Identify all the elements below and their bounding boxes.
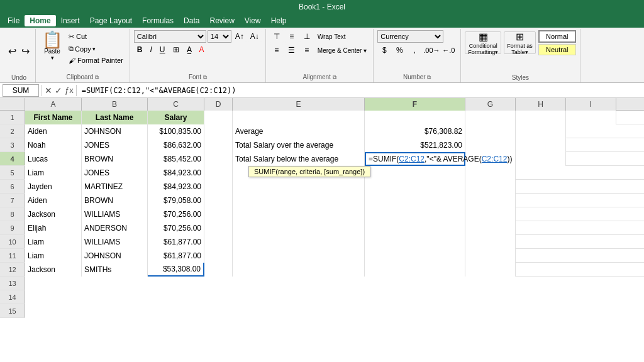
menu-page-layout[interactable]: Page Layout — [85, 15, 137, 26]
cell-f10[interactable] — [365, 235, 465, 249]
cell-e6[interactable] — [233, 180, 365, 194]
cell-f1[interactable] — [365, 111, 465, 124]
cell-g12[interactable] — [465, 263, 516, 277]
cell-a8[interactable]: Jackson — [25, 207, 82, 221]
menu-home[interactable]: Home — [25, 15, 55, 26]
cell-g10[interactable] — [465, 235, 516, 249]
cell-g5[interactable] — [465, 166, 516, 180]
cell-e10[interactable] — [233, 235, 365, 249]
cell-c1[interactable]: Salary — [148, 111, 204, 124]
cell-c6[interactable]: $84,923.00 — [148, 180, 204, 194]
cell-g11[interactable] — [465, 249, 516, 263]
cell-f12[interactable] — [365, 263, 465, 277]
undo-button[interactable]: ↩ — [6, 43, 18, 59]
align-center-button[interactable]: ☰ — [285, 44, 299, 57]
cell-b1[interactable]: Last Name — [82, 111, 148, 124]
cell-b10[interactable]: WILLIAMS — [82, 235, 148, 249]
cell-g6[interactable] — [465, 180, 516, 194]
cell-a10[interactable]: Liam — [25, 235, 82, 249]
align-top-button[interactable]: ⊤ — [270, 30, 284, 43]
cell-b11[interactable]: JOHNSON — [82, 249, 148, 263]
wrap-text-button[interactable]: Wrap Text — [315, 32, 348, 41]
col-header-b[interactable]: B — [82, 98, 148, 111]
font-size-select[interactable]: 14 — [208, 30, 231, 43]
bold-button[interactable]: B — [134, 44, 146, 55]
cell-c11[interactable]: $61,877.00 — [148, 249, 204, 263]
menu-formulas[interactable]: Formulas — [137, 15, 179, 26]
cell-b4[interactable]: BROWN — [82, 152, 148, 166]
col-header-e[interactable]: E — [233, 98, 365, 111]
font-grow-button[interactable]: A↑ — [233, 31, 247, 42]
cell-d3[interactable] — [204, 138, 233, 152]
cell-d5[interactable] — [204, 166, 233, 180]
cell-d2[interactable] — [204, 124, 233, 138]
formula-input[interactable] — [79, 84, 641, 97]
col-header-a[interactable]: A — [25, 98, 82, 111]
cell-d8[interactable] — [204, 207, 233, 221]
cell-a3[interactable]: Noah — [25, 138, 82, 152]
cell-b3[interactable]: JONES — [82, 138, 148, 152]
menu-insert[interactable]: Insert — [56, 15, 85, 26]
font-color-button[interactable]: A — [196, 44, 208, 55]
cell-f2[interactable]: $76,308.82 — [365, 124, 465, 138]
col-header-c[interactable]: C — [148, 98, 204, 111]
underline-button[interactable]: U — [157, 44, 169, 55]
cell-b2[interactable]: JOHNSON — [82, 124, 148, 138]
cell-b5[interactable]: JONES — [82, 166, 148, 180]
italic-button[interactable]: I — [147, 44, 155, 55]
neutral-style[interactable]: Neutral — [538, 44, 576, 55]
align-right-button[interactable]: ≡ — [300, 44, 314, 57]
cell-c3[interactable]: $86,632.00 — [148, 138, 204, 152]
cell-h3[interactable] — [516, 138, 566, 152]
col-header-d[interactable]: D — [204, 98, 233, 111]
cell-a2[interactable]: Aiden — [25, 124, 82, 138]
cell-e9[interactable] — [233, 221, 365, 235]
cell-a11[interactable]: Liam — [25, 249, 82, 263]
cell-e7[interactable] — [233, 194, 365, 207]
fill-color-button[interactable]: A̲ — [184, 44, 195, 55]
cell-e8[interactable] — [233, 207, 365, 221]
font-name-select[interactable]: Calibri — [134, 30, 206, 43]
align-middle-button[interactable]: ≡ — [285, 30, 299, 43]
align-bottom-button[interactable]: ⊥ — [300, 30, 314, 43]
cell-b7[interactable]: BROWN — [82, 194, 148, 207]
cell-b8[interactable]: WILLIAMS — [82, 207, 148, 221]
menu-data[interactable]: Data — [179, 15, 204, 26]
normal-style[interactable]: Normal — [538, 30, 576, 43]
comma-button[interactable]: , — [408, 44, 421, 57]
cell-f6[interactable] — [365, 180, 465, 194]
cell-d6[interactable] — [204, 180, 233, 194]
cell-d10[interactable] — [204, 235, 233, 249]
cell-b9[interactable]: ANDERSON — [82, 221, 148, 235]
cell-g9[interactable] — [465, 221, 516, 235]
cell-e2[interactable]: Average — [233, 124, 365, 138]
menu-review[interactable]: Review — [204, 15, 239, 26]
cell-a1[interactable]: First Name — [25, 111, 82, 124]
increase-decimal-button[interactable]: .00→ — [423, 44, 439, 57]
decrease-decimal-button[interactable]: ←.0 — [440, 44, 457, 57]
menu-file[interactable]: File — [3, 15, 25, 26]
cell-c8[interactable]: $70,256.00 — [148, 207, 204, 221]
cell-g3[interactable] — [465, 138, 516, 152]
format-as-table-button[interactable]: ⊞ Format asTable▾ — [504, 31, 536, 54]
cell-a7[interactable]: Aiden — [25, 194, 82, 207]
cell-h2[interactable] — [516, 124, 566, 138]
cell-c4[interactable]: $85,452.00 — [148, 152, 204, 166]
cut-button[interactable]: ✂ Cut — [66, 31, 126, 42]
cell-g7[interactable] — [465, 194, 516, 207]
merge-center-button[interactable]: Merge & Center ▾ — [315, 46, 369, 55]
cell-a4[interactable]: Lucas — [25, 152, 82, 166]
cell-b12[interactable]: SMITHs — [82, 263, 148, 277]
cell-e11[interactable] — [233, 249, 365, 263]
cell-e4[interactable]: Total Salary below the average — [233, 152, 365, 166]
cell-g8[interactable] — [465, 207, 516, 221]
cell-f5[interactable] — [365, 166, 465, 180]
paste-label[interactable]: Paste — [44, 48, 60, 55]
cell-c5[interactable]: $84,923.00 — [148, 166, 204, 180]
cell-c12[interactable]: $53,308.00 — [148, 263, 204, 277]
menu-view[interactable]: View — [240, 15, 266, 26]
cell-f8[interactable] — [365, 207, 465, 221]
col-header-g[interactable]: G — [465, 98, 516, 111]
paste-icon[interactable]: 📋 — [42, 31, 62, 48]
cell-f7[interactable] — [365, 194, 465, 207]
